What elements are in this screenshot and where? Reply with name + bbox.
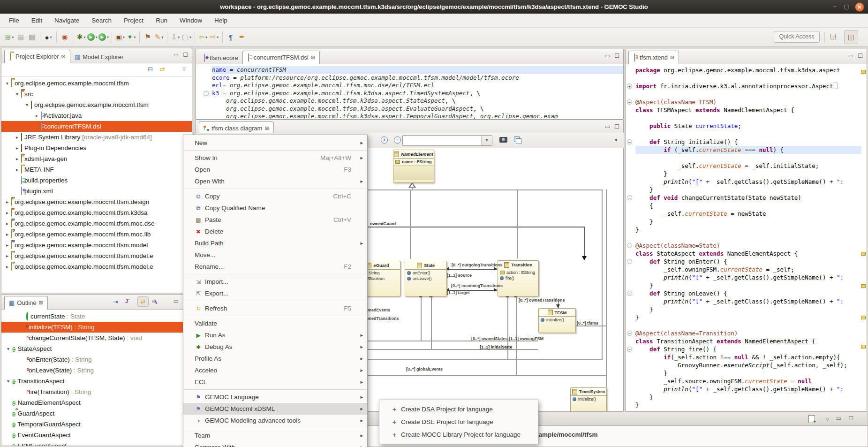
collapse-all-icon[interactable]: ⊟ xyxy=(148,66,153,73)
tree-item[interactable]: ▸Eorg.eclipse.gemoc.example.moccml.tfsm.… xyxy=(1,218,192,229)
save-all-icon[interactable]: ▩ xyxy=(27,31,37,43)
menu-project[interactable]: Project xyxy=(118,14,150,28)
snapshot-icon[interactable] xyxy=(499,137,507,143)
close-icon[interactable]: ✕ xyxy=(855,2,864,12)
tree-item[interactable]: ▸Jorg.eclipse.gemoc.example.moccml.tfsm.… xyxy=(1,229,192,240)
tree-item[interactable]: concurrentTFSM.dsl xyxy=(1,121,192,132)
mark-occurrences-icon[interactable]: ✒ xyxy=(237,31,247,43)
outline-item[interactable]: SonLeave(State): String xyxy=(1,365,192,376)
tree-item[interactable]: ▸JRE System Library [oracle-java8-jdk-am… xyxy=(1,132,192,143)
context-menu-item-acceleo[interactable]: Acceleo▸ xyxy=(183,364,367,376)
context-menu-item-profile-as[interactable]: Profile As▸ xyxy=(183,353,367,364)
context-menu-item-debug-as[interactable]: ✱Debug As▸ xyxy=(183,341,367,353)
sort-icon[interactable]: ↓az xyxy=(151,298,157,305)
quick-access-button[interactable]: Quick Access xyxy=(774,31,820,43)
outline-item[interactable]: Minitialize(TFSM): String xyxy=(1,322,192,333)
maximize-icon[interactable]: ☐ xyxy=(858,53,863,59)
context-menu-item-gemoc-modeling-advanced-tools[interactable]: ◑GEMOC Modeling advanced tools▸ xyxy=(183,415,367,426)
new-plugin-icon[interactable]: ✦▾ xyxy=(126,31,136,43)
outline-item[interactable]: CTemporalGuardAspect xyxy=(1,419,192,430)
outline-item[interactable]: CFSMEventAspect xyxy=(1,440,192,446)
context-menu-item-refresh[interactable]: ↻RefreshF5 xyxy=(183,303,367,314)
close-icon[interactable]: ⊠ xyxy=(311,54,315,61)
minimize-icon[interactable]: ▭ xyxy=(836,415,841,422)
maximize-icon[interactable]: ☐ xyxy=(614,123,619,130)
tree-item[interactable]: ▸Morg.eclipse.gemoc.example.moccml.tfsm.… xyxy=(1,240,192,250)
context-menu-item-new[interactable]: New▸ xyxy=(183,137,367,149)
context-menu-item-copy[interactable]: ⧉CopyCtrl+C xyxy=(183,190,367,202)
menu-edit[interactable]: Edit xyxy=(25,14,48,28)
tab-model-explorer[interactable]: ▦ Model Explorer xyxy=(70,51,128,63)
context-menu-item-gemoc-moccml-xdsml[interactable]: ⚑GEMOC Moccml xDSML▸ xyxy=(183,403,367,415)
run-external-icon[interactable]: ▶▾ xyxy=(98,31,109,43)
context-menu-item-paste[interactable]: ▤PasteCtrl+V xyxy=(183,214,367,226)
context-menu-item-team[interactable]: Team▸ xyxy=(183,430,367,441)
save-icon[interactable]: ▦ xyxy=(15,31,26,43)
maximize-icon[interactable]: ☐ xyxy=(848,415,853,422)
focus-icon[interactable]: ⇥ xyxy=(113,298,118,305)
xtend-code-editor[interactable]: package org.eclipse.gemoc.example.moccml… xyxy=(626,64,861,411)
key-icon[interactable]: ◉ xyxy=(60,31,70,43)
context-menu-item-gemoc-language[interactable]: ⚑GEMOC Language▸ xyxy=(183,391,367,403)
outline-item[interactable]: ▾CStateAspect xyxy=(1,343,192,354)
menu-run[interactable]: Run xyxy=(150,14,174,28)
occurrence-marker[interactable] xyxy=(861,345,866,349)
new-wizard-icon[interactable]: ⊞▾ xyxy=(4,31,15,43)
down-arrow-icon[interactable]: ⇩▾ xyxy=(170,31,181,43)
view-menu-icon[interactable]: ▽ xyxy=(182,67,186,71)
context-menu-item-build-path[interactable]: Build Path▸ xyxy=(183,237,367,249)
submenu-item-create-mocc-library-project-for-language[interactable]: +Create MOCC Library Project for languag… xyxy=(379,428,538,441)
menu-search[interactable]: Search xyxy=(85,14,118,28)
class-box-state[interactable]: State onEnter() onLeave() xyxy=(405,261,447,296)
tree-item[interactable]: ▸META-INF xyxy=(1,164,192,175)
occurrence-marker[interactable] xyxy=(861,316,866,319)
tree-item[interactable]: ▸Dorg.eclipse.gemoc.example.moccml.tfsm.… xyxy=(1,197,192,207)
annotation-icon[interactable]: ✎▾ xyxy=(154,31,164,43)
tree-item[interactable]: ▾org.eclipse.gemoc.example.moccml.tfsm xyxy=(1,78,192,89)
debug-icon[interactable]: ✱▾ xyxy=(76,31,86,43)
forward-icon[interactable]: ⇨▾ xyxy=(209,31,219,43)
tree-item[interactable]: ▾⊞src xyxy=(1,89,192,99)
zoom-level-combobox[interactable]: ▼ xyxy=(402,135,492,146)
tree-item[interactable]: 010build.properties xyxy=(1,175,192,186)
menu-file[interactable]: File xyxy=(3,14,25,28)
open-perspective-icon[interactable]: ◲ xyxy=(830,32,837,40)
outline-item[interactable]: CEventGuardAspect xyxy=(1,430,192,440)
tree-item[interactable]: ▸Jorg.eclipse.gemoc.example.moccml.tfsm.… xyxy=(1,261,192,272)
class-box-transition[interactable]: Transition action : EString fire() xyxy=(498,260,539,296)
tree-item[interactable]: ▸Plug-in Dependencies xyxy=(1,143,192,153)
minimize-icon[interactable]: – xyxy=(830,2,839,11)
menu-help[interactable]: Help xyxy=(208,14,234,28)
context-menu-item-move-[interactable]: Move... xyxy=(183,249,367,261)
run-icon[interactable]: ▶▾ xyxy=(87,31,98,43)
minimize-icon[interactable]: ▭ xyxy=(174,52,179,58)
context-menu-item-delete[interactable]: ✖Delete xyxy=(183,226,367,237)
context-menu-item-rename-[interactable]: Rename...F2 xyxy=(183,261,367,273)
hide-static-icon[interactable]: J˚ xyxy=(125,298,130,304)
tab-outline[interactable]: ▦ Outline⊠ xyxy=(4,296,48,310)
menu-navigate[interactable]: Navigate xyxy=(48,14,85,28)
context-menu-item-ecl[interactable]: ECL▸ xyxy=(183,376,367,388)
occurrence-marker[interactable] xyxy=(861,284,866,288)
outline-item[interactable]: SonEnter(State): String xyxy=(1,354,192,365)
tree-item[interactable]: ▸Korg.eclipse.gemoc.example.moccml.tfsm.… xyxy=(1,207,192,218)
tab-concurrenttfsm-dsl[interactable]: concurrentTFSM.dsl⊠ xyxy=(242,51,320,64)
occurrence-marker[interactable] xyxy=(861,252,866,256)
tree-item[interactable]: ▸Jorg.eclipse.gemoc.example.moccml.tfsm.… xyxy=(1,250,192,261)
context-menu-item-validate[interactable]: Validate xyxy=(183,318,367,329)
occurrence-marker[interactable] xyxy=(861,70,866,74)
context-menu-item-open-with[interactable]: Open With▸ xyxy=(183,175,367,187)
close-icon[interactable]: ⊠ xyxy=(39,300,43,306)
window-icon[interactable]: ▢▾ xyxy=(181,31,192,43)
outline-item[interactable]: Sfire(Transition): String xyxy=(1,386,192,397)
maximize-icon[interactable]: ▢ xyxy=(842,2,851,11)
tab-project-explorer[interactable]: Project Explorer⊠ xyxy=(4,50,70,63)
maximize-icon[interactable]: ☐ xyxy=(614,53,619,59)
outline-item[interactable]: ▾CTransitionAspect xyxy=(1,376,192,386)
close-icon[interactable]: ⊠ xyxy=(670,54,674,61)
back-icon[interactable]: ⇦▾ xyxy=(198,31,208,43)
link-with-editor-icon[interactable]: ⇄ xyxy=(137,296,149,307)
context-menu-item-import-[interactable]: ⇲Import... xyxy=(183,276,367,288)
minimize-icon[interactable]: ▭ xyxy=(605,123,610,130)
java-perspective-icon[interactable]: ◫ xyxy=(844,30,858,44)
